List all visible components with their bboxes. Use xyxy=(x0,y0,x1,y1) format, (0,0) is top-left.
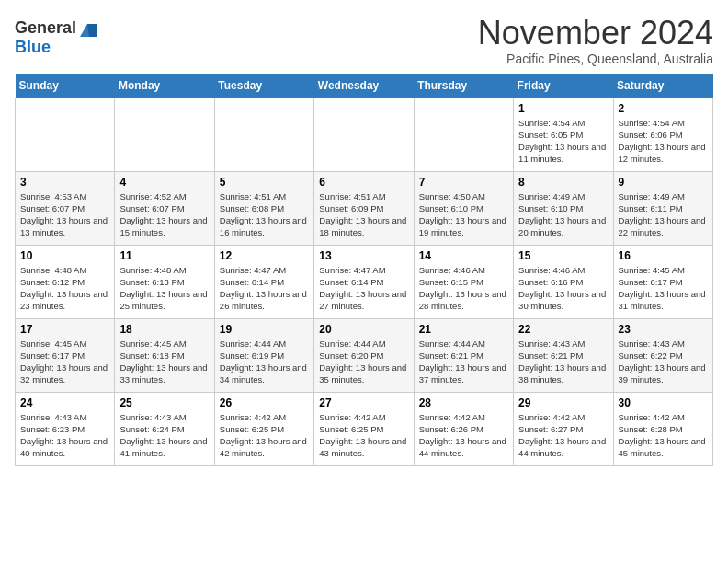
day-number: 21 xyxy=(419,323,508,336)
day-info: Sunrise: 4:54 AMSunset: 6:05 PMDaylight:… xyxy=(518,117,608,166)
day-number: 22 xyxy=(518,323,608,336)
day-info: Sunrise: 4:49 AMSunset: 6:10 PMDaylight:… xyxy=(518,190,608,239)
day-number: 26 xyxy=(220,396,309,409)
day-info: Sunrise: 4:42 AMSunset: 6:25 PMDaylight:… xyxy=(220,411,309,460)
day-number: 18 xyxy=(119,323,209,336)
day-info: Sunrise: 4:42 AMSunset: 6:28 PMDaylight:… xyxy=(619,411,708,460)
calendar-cell xyxy=(214,98,313,171)
calendar-cell: 22Sunrise: 4:43 AMSunset: 6:21 PMDayligh… xyxy=(514,318,613,392)
calendar-header-row: SundayMondayTuesdayWednesdayThursdayFrid… xyxy=(16,74,713,98)
calendar-week-row: 1Sunrise: 4:54 AMSunset: 6:05 PMDaylight… xyxy=(16,98,713,171)
calendar-cell: 7Sunrise: 4:50 AMSunset: 6:10 PMDaylight… xyxy=(414,171,513,245)
day-number: 11 xyxy=(119,249,209,262)
calendar-cell: 28Sunrise: 4:42 AMSunset: 6:26 PMDayligh… xyxy=(414,392,513,465)
calendar-cell: 25Sunrise: 4:43 AMSunset: 6:24 PMDayligh… xyxy=(115,392,214,465)
day-number: 19 xyxy=(220,323,309,336)
calendar-cell: 12Sunrise: 4:47 AMSunset: 6:14 PMDayligh… xyxy=(214,245,313,318)
calendar-cell: 8Sunrise: 4:49 AMSunset: 6:10 PMDaylight… xyxy=(514,171,613,245)
day-info: Sunrise: 4:46 AMSunset: 6:15 PMDaylight:… xyxy=(419,264,508,313)
day-number: 12 xyxy=(220,249,309,262)
day-info: Sunrise: 4:44 AMSunset: 6:19 PMDaylight:… xyxy=(220,338,309,386)
calendar-cell xyxy=(115,98,214,171)
calendar-cell: 30Sunrise: 4:42 AMSunset: 6:28 PMDayligh… xyxy=(613,392,712,465)
day-info: Sunrise: 4:43 AMSunset: 6:22 PMDaylight:… xyxy=(619,338,708,386)
calendar-cell: 19Sunrise: 4:44 AMSunset: 6:19 PMDayligh… xyxy=(214,318,313,392)
day-number: 8 xyxy=(518,176,608,189)
day-info: Sunrise: 4:50 AMSunset: 6:10 PMDaylight:… xyxy=(419,190,508,239)
calendar-cell: 20Sunrise: 4:44 AMSunset: 6:20 PMDayligh… xyxy=(314,318,414,392)
calendar-cell: 15Sunrise: 4:46 AMSunset: 6:16 PMDayligh… xyxy=(514,245,613,318)
day-info: Sunrise: 4:47 AMSunset: 6:14 PMDaylight:… xyxy=(220,264,309,313)
day-number: 24 xyxy=(20,396,109,409)
logo-blue-text: Blue xyxy=(15,39,97,57)
day-info: Sunrise: 4:51 AMSunset: 6:08 PMDaylight:… xyxy=(220,190,309,239)
calendar-cell: 23Sunrise: 4:43 AMSunset: 6:22 PMDayligh… xyxy=(613,318,712,392)
calendar-cell: 18Sunrise: 4:45 AMSunset: 6:18 PMDayligh… xyxy=(115,318,214,392)
day-info: Sunrise: 4:48 AMSunset: 6:12 PMDaylight:… xyxy=(20,264,109,313)
header: General Blue November 2024 Pacific Pines… xyxy=(15,15,713,66)
day-info: Sunrise: 4:45 AMSunset: 6:18 PMDaylight:… xyxy=(119,338,209,386)
calendar-cell xyxy=(414,98,513,171)
calendar-cell: 5Sunrise: 4:51 AMSunset: 6:08 PMDaylight… xyxy=(214,171,313,245)
calendar-cell: 24Sunrise: 4:43 AMSunset: 6:23 PMDayligh… xyxy=(16,392,115,465)
day-info: Sunrise: 4:43 AMSunset: 6:23 PMDaylight:… xyxy=(20,411,109,460)
day-number: 28 xyxy=(419,396,508,409)
calendar-cell: 17Sunrise: 4:45 AMSunset: 6:17 PMDayligh… xyxy=(16,318,115,392)
calendar-body: 1Sunrise: 4:54 AMSunset: 6:05 PMDaylight… xyxy=(16,98,713,465)
day-number: 2 xyxy=(619,102,708,115)
day-number: 30 xyxy=(619,396,708,409)
logo: General Blue xyxy=(15,18,97,57)
calendar-week-row: 3Sunrise: 4:53 AMSunset: 6:07 PMDaylight… xyxy=(16,171,713,245)
logo-icon xyxy=(78,20,97,39)
month-title: November 2024 xyxy=(478,15,713,52)
day-number: 20 xyxy=(319,323,408,336)
calendar-cell: 9Sunrise: 4:49 AMSunset: 6:11 PMDaylight… xyxy=(613,171,712,245)
calendar-day-header: Friday xyxy=(514,74,613,98)
day-number: 3 xyxy=(20,176,109,189)
day-info: Sunrise: 4:45 AMSunset: 6:17 PMDaylight:… xyxy=(619,264,708,313)
day-info: Sunrise: 4:42 AMSunset: 6:25 PMDaylight:… xyxy=(319,411,408,460)
calendar-cell: 3Sunrise: 4:53 AMSunset: 6:07 PMDaylight… xyxy=(16,171,115,245)
calendar-day-header: Wednesday xyxy=(314,74,414,98)
day-number: 7 xyxy=(419,176,508,189)
calendar-cell: 21Sunrise: 4:44 AMSunset: 6:21 PMDayligh… xyxy=(414,318,513,392)
day-number: 17 xyxy=(20,323,109,336)
location: Pacific Pines, Queensland, Australia xyxy=(478,52,713,66)
calendar-cell xyxy=(16,98,115,171)
day-number: 29 xyxy=(518,396,608,409)
calendar: SundayMondayTuesdayWednesdayThursdayFrid… xyxy=(15,74,713,466)
title-section: November 2024 Pacific Pines, Queensland,… xyxy=(478,15,713,66)
calendar-week-row: 17Sunrise: 4:45 AMSunset: 6:17 PMDayligh… xyxy=(16,318,713,392)
day-number: 27 xyxy=(319,396,408,409)
day-number: 10 xyxy=(20,249,109,262)
day-number: 1 xyxy=(518,102,608,115)
day-number: 25 xyxy=(119,396,209,409)
day-number: 23 xyxy=(619,323,708,336)
calendar-cell: 1Sunrise: 4:54 AMSunset: 6:05 PMDaylight… xyxy=(514,98,613,171)
day-info: Sunrise: 4:48 AMSunset: 6:13 PMDaylight:… xyxy=(119,264,209,313)
calendar-cell xyxy=(314,98,414,171)
calendar-day-header: Saturday xyxy=(613,74,712,98)
day-info: Sunrise: 4:43 AMSunset: 6:21 PMDaylight:… xyxy=(518,338,608,386)
calendar-cell: 10Sunrise: 4:48 AMSunset: 6:12 PMDayligh… xyxy=(16,245,115,318)
day-number: 4 xyxy=(119,176,209,189)
day-info: Sunrise: 4:42 AMSunset: 6:27 PMDaylight:… xyxy=(518,411,608,460)
day-info: Sunrise: 4:51 AMSunset: 6:09 PMDaylight:… xyxy=(319,190,408,239)
calendar-cell: 4Sunrise: 4:52 AMSunset: 6:07 PMDaylight… xyxy=(115,171,214,245)
day-info: Sunrise: 4:42 AMSunset: 6:26 PMDaylight:… xyxy=(419,411,508,460)
calendar-cell: 2Sunrise: 4:54 AMSunset: 6:06 PMDaylight… xyxy=(613,98,712,171)
day-number: 15 xyxy=(518,249,608,262)
calendar-cell: 29Sunrise: 4:42 AMSunset: 6:27 PMDayligh… xyxy=(514,392,613,465)
day-info: Sunrise: 4:46 AMSunset: 6:16 PMDaylight:… xyxy=(518,264,608,313)
calendar-cell: 16Sunrise: 4:45 AMSunset: 6:17 PMDayligh… xyxy=(613,245,712,318)
day-info: Sunrise: 4:45 AMSunset: 6:17 PMDaylight:… xyxy=(20,338,109,386)
calendar-cell: 26Sunrise: 4:42 AMSunset: 6:25 PMDayligh… xyxy=(214,392,313,465)
day-info: Sunrise: 4:54 AMSunset: 6:06 PMDaylight:… xyxy=(619,117,708,166)
calendar-day-header: Thursday xyxy=(414,74,513,98)
calendar-cell: 14Sunrise: 4:46 AMSunset: 6:15 PMDayligh… xyxy=(414,245,513,318)
day-number: 6 xyxy=(319,176,408,189)
calendar-cell: 11Sunrise: 4:48 AMSunset: 6:13 PMDayligh… xyxy=(115,245,214,318)
calendar-day-header: Tuesday xyxy=(214,74,313,98)
calendar-day-header: Sunday xyxy=(16,74,115,98)
calendar-cell: 27Sunrise: 4:42 AMSunset: 6:25 PMDayligh… xyxy=(314,392,414,465)
